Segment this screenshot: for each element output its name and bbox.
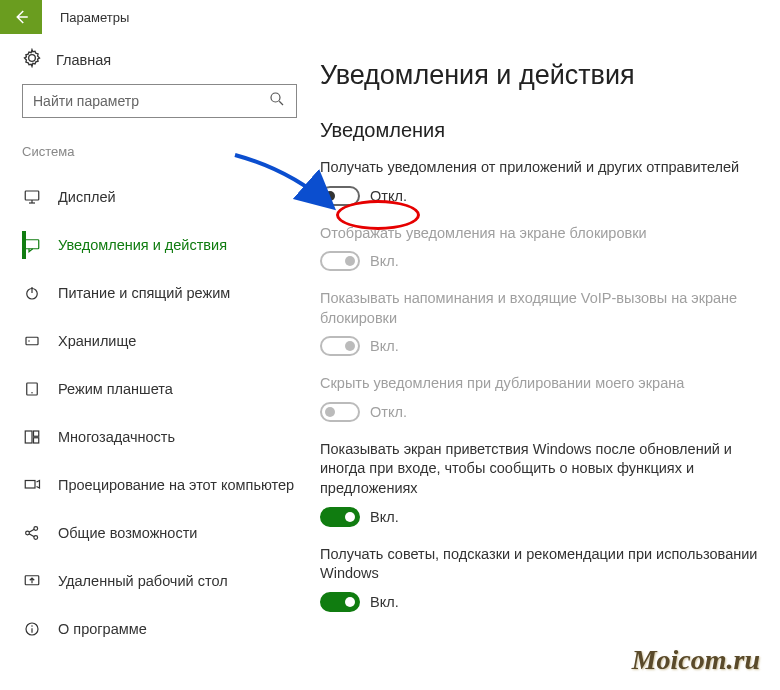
toggle-state: Вкл.: [370, 338, 399, 354]
svg-rect-2: [25, 191, 39, 200]
watermark: Moicom.ru: [632, 644, 760, 676]
arrow-left-icon: [12, 8, 30, 26]
svg-rect-15: [25, 481, 35, 489]
toggle-state: Откл.: [370, 404, 407, 420]
sidebar-item-label: О программе: [58, 621, 147, 637]
svg-rect-14: [34, 438, 39, 443]
storage-icon: [22, 332, 42, 350]
sidebar-item-storage[interactable]: Хранилище: [22, 317, 305, 365]
toggle-apps-notifications[interactable]: [320, 186, 360, 206]
setting-label: Показывать напоминания и входящие VoIP-в…: [320, 289, 780, 328]
setting-apps-notifications: Получать уведомления от приложений и дру…: [320, 158, 780, 206]
svg-point-0: [271, 93, 280, 102]
sidebar: Главная Система Дисплей Уведомления и де…: [0, 34, 305, 653]
page-title: Уведомления и действия: [320, 60, 780, 91]
svg-line-1: [279, 101, 283, 105]
svg-point-11: [31, 392, 33, 394]
svg-point-9: [28, 340, 30, 342]
toggle-state: Вкл.: [370, 253, 399, 269]
search-box[interactable]: [22, 84, 297, 118]
toggle-hide-duplicating: [320, 402, 360, 422]
back-button[interactable]: [0, 0, 42, 34]
setting-label: Получать уведомления от приложений и дру…: [320, 158, 780, 178]
sidebar-item-label: Дисплей: [58, 189, 116, 205]
remote-icon: [22, 572, 42, 590]
setting-lockscreen-notifications: Отображать уведомления на экране блокиро…: [320, 224, 780, 272]
sidebar-item-label: Режим планшета: [58, 381, 173, 397]
setting-label: Показывать экран приветствия Windows пос…: [320, 440, 780, 499]
sidebar-item-label: Удаленный рабочий стол: [58, 573, 228, 589]
sidebar-item-about[interactable]: О программе: [22, 605, 305, 653]
svg-rect-13: [34, 431, 39, 436]
monitor-icon: [22, 188, 42, 206]
setting-welcome-screen: Показывать экран приветствия Windows пос…: [320, 440, 780, 527]
svg-line-19: [29, 529, 34, 532]
toggle-voip-reminders: [320, 336, 360, 356]
search-icon: [268, 90, 286, 112]
multitask-icon: [22, 428, 42, 446]
sidebar-item-projecting[interactable]: Проецирование на этот компьютер: [22, 461, 305, 509]
setting-label: Получать советы, подсказки и рекомендаци…: [320, 545, 780, 584]
setting-hide-duplicating: Скрыть уведомления при дублировании моег…: [320, 374, 780, 422]
setting-label: Отображать уведомления на экране блокиро…: [320, 224, 780, 244]
home-nav[interactable]: Главная: [22, 48, 305, 72]
setting-voip-reminders: Показывать напоминания и входящие VoIP-в…: [320, 289, 780, 356]
window-title: Параметры: [60, 10, 129, 25]
svg-rect-8: [26, 337, 38, 345]
svg-line-20: [29, 534, 34, 537]
sidebar-item-tablet[interactable]: Режим планшета: [22, 365, 305, 413]
sidebar-item-shared[interactable]: Общие возможности: [22, 509, 305, 557]
toggle-state: Вкл.: [370, 594, 399, 610]
home-label: Главная: [56, 52, 111, 68]
svg-rect-12: [25, 431, 32, 443]
toggle-welcome-screen[interactable]: [320, 507, 360, 527]
project-icon: [22, 476, 42, 494]
setting-tips: Получать советы, подсказки и рекомендаци…: [320, 545, 780, 612]
sidebar-item-label: Питание и спящий режим: [58, 285, 230, 301]
main-panel: Уведомления и действия Уведомления Получ…: [305, 34, 780, 653]
sidebar-item-label: Многозадачность: [58, 429, 175, 445]
search-input[interactable]: [33, 93, 268, 109]
section-title: Уведомления: [320, 119, 780, 142]
svg-rect-5: [25, 240, 39, 249]
active-indicator: [22, 231, 26, 259]
titlebar: Параметры: [0, 0, 780, 34]
sidebar-item-label: Уведомления и действия: [58, 237, 227, 253]
sidebar-item-power[interactable]: Питание и спящий режим: [22, 269, 305, 317]
toggle-state: Вкл.: [370, 509, 399, 525]
sidebar-item-multitasking[interactable]: Многозадачность: [22, 413, 305, 461]
sidebar-item-label: Хранилище: [58, 333, 136, 349]
toggle-tips[interactable]: [320, 592, 360, 612]
section-label: Система: [22, 144, 305, 159]
svg-point-23: [31, 625, 33, 627]
toggle-state: Откл.: [370, 188, 407, 204]
sidebar-item-label: Проецирование на этот компьютер: [58, 477, 294, 493]
gear-icon: [22, 48, 42, 72]
sidebar-item-label: Общие возможности: [58, 525, 197, 541]
info-icon: [22, 620, 42, 638]
sidebar-item-display[interactable]: Дисплей: [22, 173, 305, 221]
setting-label: Скрыть уведомления при дублировании моег…: [320, 374, 780, 394]
toggle-lockscreen-notifications: [320, 251, 360, 271]
power-icon: [22, 284, 42, 302]
sidebar-item-notifications[interactable]: Уведомления и действия: [22, 221, 305, 269]
tablet-icon: [22, 380, 42, 398]
share-icon: [22, 524, 42, 542]
sidebar-item-remote[interactable]: Удаленный рабочий стол: [22, 557, 305, 605]
